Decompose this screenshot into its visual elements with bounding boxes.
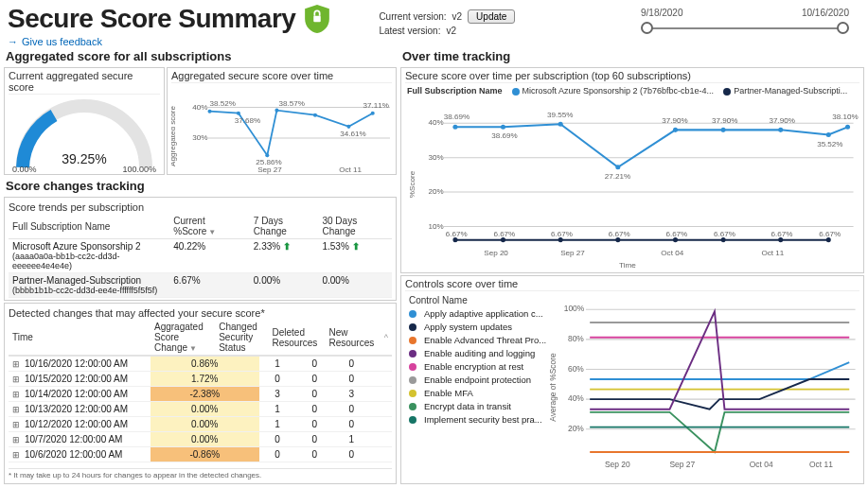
table-row[interactable]: ⊞10/15/2020 12:00:00 AM1.72%000	[9, 372, 392, 387]
svg-text:27.21%: 27.21%	[605, 172, 630, 181]
detected-th-del[interactable]: Deleted Resources	[269, 320, 326, 356]
latest-version-label: Latest version:	[379, 26, 440, 36]
svg-text:38.69%: 38.69%	[444, 113, 469, 121]
svg-rect-0	[314, 16, 322, 22]
trends-th-name[interactable]: Full Subscription Name	[9, 214, 169, 239]
table-row[interactable]: ⊞10/16/2020 12:00:00 AM0.86%100	[9, 357, 392, 372]
latest-version-value: v2	[446, 26, 456, 36]
feedback-label: Give us feedback	[22, 36, 102, 47]
gauge-panel: Current aggregated secure score 39.25% 0…	[4, 67, 165, 175]
slider-handle-start[interactable]	[641, 22, 653, 34]
legend-item[interactable]: Enable endpoint protection	[409, 375, 546, 385]
table-row[interactable]: Partner-Managed-Subscription(bbbb1b1b-cc…	[9, 273, 392, 298]
agg-overtime-title: Aggregated secure score over time	[171, 70, 392, 83]
expand-icon[interactable]: ⊞	[12, 450, 22, 460]
svg-text:Sep 27: Sep 27	[257, 166, 282, 174]
svg-text:38.52%: 38.52%	[210, 99, 236, 108]
detected-th-agg[interactable]: Aggragated Score Change▼	[151, 320, 215, 356]
legend-item[interactable]: Enable MFA	[409, 388, 546, 398]
svg-point-36	[778, 128, 783, 132]
svg-text:37.90%: 37.90%	[662, 116, 687, 125]
legend-item[interactable]: Microsoft Azure Sponsorship 2 (7b76bfbc-…	[512, 86, 715, 96]
detected-th-new[interactable]: New Resources	[325, 320, 380, 356]
trends-th-d30[interactable]: 30 Days Change	[318, 214, 392, 239]
svg-text:38.10%: 38.10%	[832, 113, 858, 121]
svg-text:40%: 40%	[429, 118, 444, 127]
svg-text:37.90%: 37.90%	[770, 116, 795, 125]
expand-icon[interactable]: ⊞	[12, 359, 22, 369]
svg-text:6.67%: 6.67%	[819, 230, 841, 238]
table-row[interactable]: ⊞10/13/2020 12:00:00 AM0.00%100	[9, 402, 392, 417]
svg-point-49	[501, 237, 505, 242]
update-button[interactable]: Update	[468, 9, 515, 24]
svg-text:30%: 30%	[429, 153, 444, 162]
legend-item[interactable]: Enable encryption at rest	[409, 361, 546, 372]
expand-icon[interactable]: ⊞	[12, 390, 22, 399]
svg-text:6.67%: 6.67%	[551, 230, 573, 238]
gauge-max: 100.00%	[122, 165, 156, 174]
current-version-label: Current version:	[379, 11, 446, 22]
detected-th-sec[interactable]: Changed Security Status	[215, 320, 268, 356]
svg-point-37	[826, 132, 831, 137]
svg-text:35.52%: 35.52%	[817, 140, 842, 148]
svg-text:6.67%: 6.67%	[714, 230, 735, 238]
svg-point-30	[452, 125, 457, 130]
legend-item[interactable]: Enable auditing and logging	[409, 348, 546, 358]
svg-point-9	[275, 109, 278, 113]
arrow-up-icon: ⬆	[352, 241, 360, 252]
legend-item[interactable]: Enable Advanced Threat Pro...	[409, 335, 546, 345]
svg-point-31	[501, 125, 505, 130]
table-row[interactable]: ⊞10/12/2020 12:00:00 AM0.00%100	[9, 417, 392, 432]
legend-item[interactable]: Apply adaptive application c...	[409, 308, 546, 319]
legend-item[interactable]: Apply system updates	[409, 322, 546, 332]
trends-table: Full Subscription Name Current %Score▼ 7…	[9, 214, 392, 298]
table-row[interactable]: ⊞10/6/2020 12:00:00 AM-0.86%000	[9, 447, 392, 462]
svg-point-52	[673, 237, 678, 242]
legend-item[interactable]: Partner-Managed-Subscripti...	[723, 86, 847, 96]
svg-point-33	[615, 165, 620, 169]
detected-changes-panel: Detected changes that may affected your …	[4, 303, 397, 484]
date-end: 10/16/2020	[802, 8, 849, 18]
trends-th-d7[interactable]: 7 Days Change	[250, 214, 319, 239]
table-row[interactable]: ⊞10/14/2020 12:00:00 AM-2.38%303	[9, 387, 392, 402]
per-subscription-panel: Secure score over time per subscription …	[400, 67, 864, 273]
per-subscription-title: Secure score over time per subscription …	[405, 70, 859, 83]
expand-icon[interactable]: ⊞	[12, 375, 22, 384]
trends-panel: Score trends per subscription Full Subsc…	[4, 197, 397, 301]
scroll-up-icon[interactable]: ^	[381, 320, 392, 356]
table-row[interactable]: ⊞10/7/2020 12:00:00 AM0.00%001	[9, 432, 392, 447]
svg-text:39.55%: 39.55%	[547, 111, 573, 119]
controls-legend: Control Name Apply adaptive application …	[405, 293, 550, 481]
svg-text:37.68%: 37.68%	[235, 116, 260, 125]
svg-point-7	[237, 112, 240, 115]
detected-footnote: * It may take up to 24 hours for changes…	[9, 468, 392, 481]
svg-point-50	[558, 237, 563, 242]
slider-handle-end[interactable]	[837, 22, 849, 34]
table-row[interactable]: Microsoft Azure Sponsorship 2(aaaa0a0a-b…	[9, 239, 392, 273]
legend-item[interactable]: Encrypt data in transit	[409, 401, 546, 411]
expand-icon[interactable]: ⊞	[12, 405, 22, 414]
date-start: 9/18/2020	[641, 8, 683, 18]
legend-label: Full Subscription Name	[407, 86, 503, 96]
svg-text:38.57%: 38.57%	[278, 99, 304, 108]
svg-text:6.67%: 6.67%	[493, 230, 515, 238]
date-range-slider[interactable]: 9/18/2020 10/16/2020	[641, 8, 849, 35]
detected-th-time[interactable]: Time	[9, 320, 151, 356]
trends-th-current[interactable]: Current %Score▼	[169, 214, 250, 239]
svg-point-8	[265, 153, 269, 157]
svg-text:6.67%: 6.67%	[665, 230, 687, 238]
svg-text:10%: 10%	[429, 222, 444, 231]
expand-icon[interactable]: ⊞	[12, 420, 22, 429]
feedback-link[interactable]: → Give us feedback	[8, 36, 329, 47]
expand-icon[interactable]: ⊞	[12, 435, 22, 444]
legend-item[interactable]: Implement security best pra...	[409, 414, 546, 425]
svg-text:Time: Time	[619, 261, 636, 270]
svg-text:Average of %Score: Average of %Score	[550, 353, 558, 422]
svg-text:Oct 04: Oct 04	[661, 249, 683, 257]
svg-point-53	[721, 237, 726, 242]
svg-text:20%: 20%	[429, 187, 444, 196]
svg-text:Sep 20: Sep 20	[605, 460, 630, 469]
svg-text:34.61%: 34.61%	[340, 130, 365, 138]
svg-text:Sep 27: Sep 27	[560, 249, 585, 257]
svg-text:Aggregated score: Aggregated score	[171, 106, 177, 166]
